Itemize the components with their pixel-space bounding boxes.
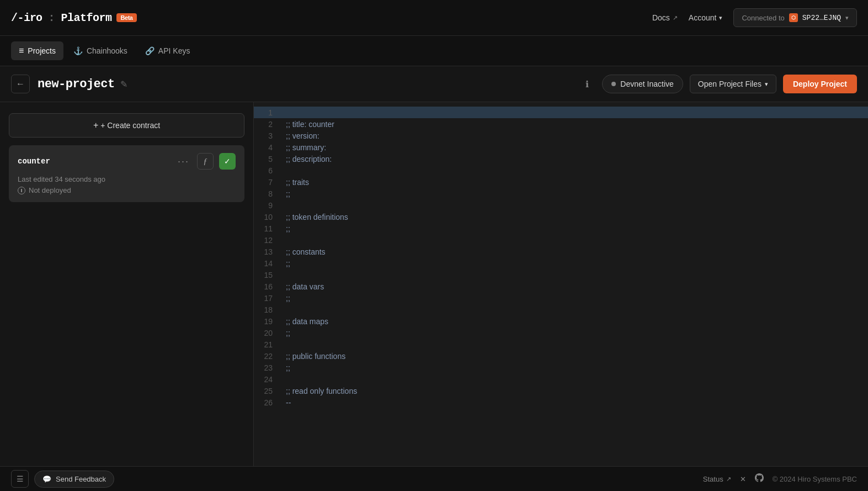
stacks-icon: ⬡ [789, 13, 798, 22]
sidebar-toggle-icon: ☰ [17, 474, 24, 483]
line-content [280, 304, 868, 315]
contract-menu-button[interactable]: ··· [175, 156, 191, 167]
code-line-16: 16;; data vars [254, 281, 868, 292]
devnet-status-button[interactable]: Devnet Inactive [602, 75, 683, 93]
sidebar-toggle-button[interactable]: ☰ [11, 470, 29, 488]
code-line-1: 1 [254, 107, 868, 118]
code-line-19: 19;; data maps [254, 315, 868, 327]
open-project-files-button[interactable]: Open Project Files ▾ [690, 75, 776, 93]
line-number: 21 [254, 339, 280, 350]
check-icon: ✓ [224, 157, 231, 166]
code-line-25: 25;; read only functions [254, 385, 868, 397]
tab-chainhooks[interactable]: ⚓ Chainhooks [66, 42, 135, 60]
line-content [280, 107, 868, 118]
line-number: 2 [254, 118, 280, 130]
app-logo: /-iro : Platform Beta [11, 12, 137, 24]
back-button[interactable]: ← [11, 75, 30, 93]
contract-name: counter [18, 157, 170, 166]
line-number: 24 [254, 373, 280, 385]
contract-check-button[interactable]: ✓ [219, 153, 236, 170]
status-link[interactable]: Status ↗ [703, 475, 731, 483]
nav-right: Docs Account ▾ Connected to ⬡ SP22…EJNQ … [652, 8, 857, 27]
line-content: ;; data maps [280, 315, 868, 327]
line-number: 18 [254, 304, 280, 315]
x-social-icon[interactable]: ✕ [740, 475, 746, 483]
line-content: ;; version: [280, 130, 868, 141]
line-number: 17 [254, 292, 280, 304]
line-number: 23 [254, 362, 280, 373]
code-line-20: 20;; [254, 327, 868, 339]
line-number: 7 [254, 176, 280, 188]
tab-api-keys[interactable]: 🔗 API Keys [137, 42, 198, 60]
line-number: 20 [254, 327, 280, 339]
code-line-4: 4;; summary: [254, 141, 868, 153]
status-external-icon: ↗ [726, 476, 731, 483]
code-line-2: 2;; title: counter [254, 118, 868, 130]
code-line-5: 5;; description: [254, 153, 868, 165]
wallet-connected-button[interactable]: Connected to ⬡ SP22…EJNQ ▾ [733, 8, 857, 27]
line-number: 14 [254, 257, 280, 269]
line-number: 1 [254, 107, 280, 118]
copyright-text: © 2024 Hiro Systems PBC [773, 475, 857, 483]
docs-link[interactable]: Docs [652, 13, 678, 22]
main-content: + + Create contract counter ··· ƒ ✓ Last… [0, 102, 868, 466]
code-line-14: 14;; [254, 257, 868, 269]
line-number: 8 [254, 188, 280, 199]
create-contract-button[interactable]: + + Create contract [9, 113, 244, 138]
github-icon[interactable] [755, 473, 764, 484]
line-content: ;; [280, 292, 868, 304]
contract-function-button[interactable]: ƒ [197, 153, 214, 170]
line-number: 22 [254, 350, 280, 362]
logo-text: /-iro : Platform [11, 12, 112, 24]
info-button[interactable]: ℹ [579, 76, 595, 92]
api-keys-icon: 🔗 [145, 46, 155, 55]
code-line-8: 8;; [254, 188, 868, 199]
code-line-3: 3;; version: [254, 130, 868, 141]
line-content [280, 234, 868, 246]
code-line-23: 23;; [254, 362, 868, 373]
line-number: 11 [254, 223, 280, 234]
devnet-dot-icon [611, 82, 616, 86]
contract-card[interactable]: counter ··· ƒ ✓ Last edited 34 seconds a… [9, 145, 244, 202]
code-line-13: 13;; constants [254, 246, 868, 257]
contract-card-header: counter ··· ƒ ✓ [18, 153, 236, 170]
line-content [280, 269, 868, 281]
code-line-24: 24 [254, 373, 868, 385]
line-content: ;; public functions [280, 350, 868, 362]
code-editor[interactable]: 12;; title: counter3;; version:4;; summa… [254, 102, 868, 466]
account-button[interactable]: Account ▾ [689, 13, 723, 22]
line-content [280, 373, 868, 385]
tab-projects[interactable]: ≡ Projects [11, 41, 63, 60]
line-number: 15 [254, 269, 280, 281]
line-number: 6 [254, 165, 280, 176]
code-line-26: 26-- [254, 397, 868, 408]
edit-project-button[interactable]: ✎ [120, 79, 127, 89]
docs-external-icon [673, 14, 678, 22]
line-number: 19 [254, 315, 280, 327]
line-content: ;; traits [280, 176, 868, 188]
line-number: 26 [254, 397, 280, 408]
send-feedback-button[interactable]: 💬 Send Feedback [34, 471, 114, 488]
code-line-7: 7;; traits [254, 176, 868, 188]
contract-status: Not deployed [18, 186, 236, 194]
line-number: 4 [254, 141, 280, 153]
project-header: ← new-project ✎ ℹ Devnet Inactive Open P… [0, 66, 868, 102]
line-content: -- [280, 397, 868, 408]
line-number: 12 [254, 234, 280, 246]
code-line-21: 21 [254, 339, 868, 350]
top-nav: /-iro : Platform Beta Docs Account ▾ Con… [0, 0, 868, 36]
line-content: ;; constants [280, 246, 868, 257]
line-content: ;; read only functions [280, 385, 868, 397]
projects-icon: ≡ [19, 46, 24, 56]
line-content: ;; summary: [280, 141, 868, 153]
code-line-11: 11;; [254, 223, 868, 234]
line-number: 9 [254, 199, 280, 211]
line-number: 16 [254, 281, 280, 292]
line-content: ;; data vars [280, 281, 868, 292]
sidebar: + + Create contract counter ··· ƒ ✓ Last… [0, 102, 254, 466]
footer-right: Status ↗ ✕ © 2024 Hiro Systems PBC [703, 473, 857, 484]
deploy-project-button[interactable]: Deploy Project [783, 75, 857, 93]
code-line-18: 18 [254, 304, 868, 315]
line-content [280, 339, 868, 350]
plus-icon: + [93, 120, 98, 130]
